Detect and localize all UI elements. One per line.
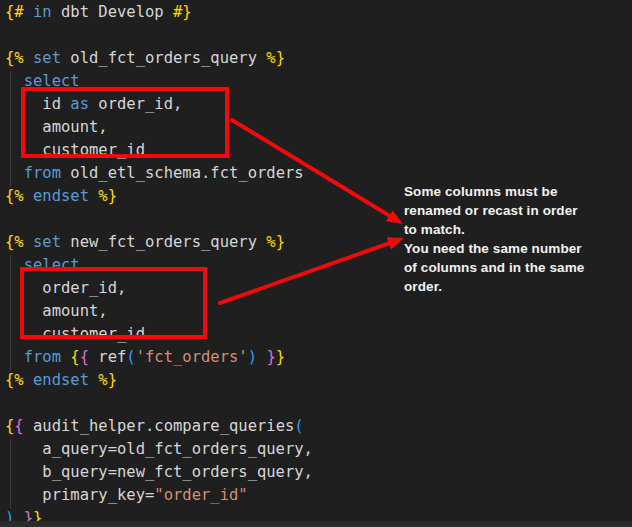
code-token: a_query=old_fct_orders_query,	[5, 440, 313, 458]
code-token: primary_key=	[5, 486, 154, 504]
code-token: {#	[5, 3, 24, 21]
code-token: %}	[98, 371, 117, 389]
code-line: {# in dbt Develop #}	[5, 1, 632, 24]
indent-guide	[10, 439, 11, 508]
annotation-note-line: Some columns must be	[404, 182, 630, 201]
code-token: {	[14, 417, 23, 435]
indent-guide	[10, 71, 11, 186]
code-token: from	[24, 164, 61, 182]
code-token	[61, 348, 70, 366]
code-token: %}	[266, 233, 285, 251]
code-token: set	[33, 49, 61, 67]
code-token: {	[70, 348, 79, 366]
code-token: {%	[5, 49, 24, 67]
code-token: b_query=new_fct_orders_query,	[5, 463, 313, 481]
code-token: {	[5, 417, 14, 435]
annotation-box-new-columns	[20, 267, 207, 339]
code-token: in	[33, 3, 52, 21]
code-token: #}	[173, 3, 192, 21]
code-token: set	[33, 233, 61, 251]
code-token	[24, 3, 33, 21]
code-token: 'fct_orders'	[136, 348, 248, 366]
annotation-note-line: You need the same number	[404, 239, 630, 258]
code-token: old_fct_orders_query	[61, 49, 266, 67]
code-token: {%	[5, 371, 24, 389]
annotation-note-line: to match.	[404, 220, 630, 239]
code-token: %}	[266, 49, 285, 67]
annotation-box-old-columns	[21, 87, 229, 158]
code-token	[24, 371, 33, 389]
code-token: {%	[5, 187, 24, 205]
code-line: primary_key="order_id"	[5, 484, 632, 507]
code-line: {{ audit_helper.compare_queries(	[5, 415, 632, 438]
code-token: from	[24, 348, 61, 366]
code-line: b_query=new_fct_orders_query,	[5, 461, 632, 484]
code-token	[5, 348, 24, 366]
annotation-note-line: renamed or recast in order	[404, 201, 630, 220]
code-token	[89, 187, 98, 205]
code-token: dbt Develop	[52, 3, 173, 21]
code-token: }	[266, 348, 275, 366]
indent-guide	[10, 255, 11, 370]
code-token: %}	[98, 187, 117, 205]
code-token: }	[276, 348, 285, 366]
code-line: a_query=old_fct_orders_query,	[5, 438, 632, 461]
code-token: new_fct_orders_query	[61, 233, 266, 251]
code-line: from {{ ref('fct_orders') }}	[5, 346, 632, 369]
code-token: (	[126, 348, 135, 366]
annotation-note-line: order.	[404, 277, 630, 296]
code-token	[24, 233, 33, 251]
code-token	[89, 371, 98, 389]
code-token: ref	[89, 348, 126, 366]
code-token: endset	[33, 187, 89, 205]
annotation-note: Some columns must be renamed or recast i…	[404, 182, 630, 296]
code-token	[24, 187, 33, 205]
bottom-scrollbar-track[interactable]	[0, 521, 632, 527]
code-token: audit_helper.compare_queries	[24, 417, 295, 435]
code-token: old_etl_schema.fct_orders	[61, 164, 304, 182]
annotation-note-line: of columns and in the same	[404, 258, 630, 277]
code-token	[24, 49, 33, 67]
code-token: "order_id"	[154, 486, 247, 504]
code-token	[5, 164, 24, 182]
code-line	[5, 392, 632, 415]
code-token: {%	[5, 233, 24, 251]
code-token: (	[294, 417, 303, 435]
code-line	[5, 24, 632, 47]
code-token: )	[248, 348, 257, 366]
code-token: {	[80, 348, 89, 366]
code-token	[257, 348, 266, 366]
code-line: {% endset %}	[5, 369, 632, 392]
code-token: endset	[33, 371, 89, 389]
code-line: {% set old_fct_orders_query %}	[5, 47, 632, 70]
